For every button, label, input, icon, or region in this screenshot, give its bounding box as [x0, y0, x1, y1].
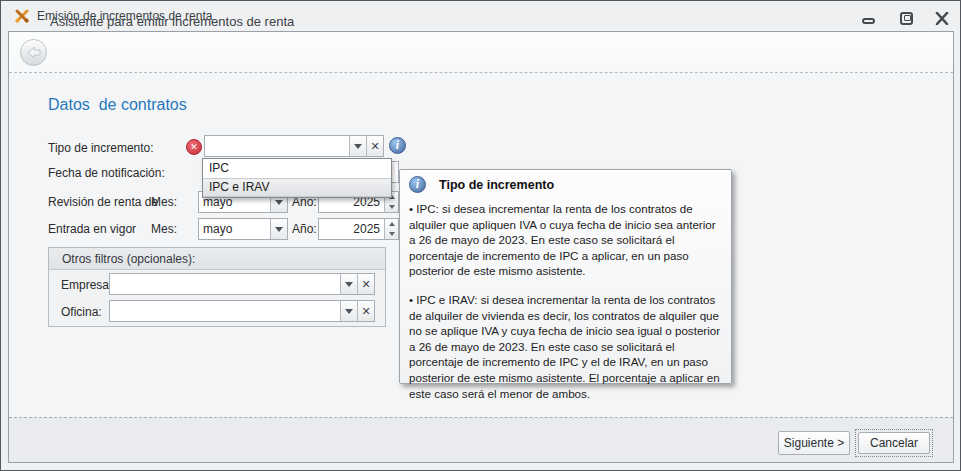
- empresa-value: [110, 274, 340, 294]
- oficina-clear-button[interactable]: ✕: [357, 301, 374, 321]
- siguiente-button[interactable]: Siguiente >: [778, 431, 850, 455]
- otros-filtros-title: Otros filtros (opcionales):: [49, 248, 385, 270]
- vigor-mes-value: mayo: [199, 219, 270, 239]
- close-icon: [935, 12, 949, 25]
- empresa-clear-button[interactable]: ✕: [357, 274, 374, 294]
- caret-down-icon: [389, 205, 395, 209]
- entrada-vigor-label: Entrada en vigor: [48, 222, 136, 236]
- caret-up-icon: [389, 222, 395, 226]
- maximize-button[interactable]: [895, 10, 917, 26]
- info-icon[interactable]: i: [389, 137, 406, 154]
- wizard-title: Asistente para emitir incrementos de ren…: [50, 14, 294, 29]
- info-icon: i: [409, 176, 426, 193]
- close-button[interactable]: [931, 10, 953, 26]
- back-button[interactable]: [20, 39, 47, 66]
- caret-down-icon: [354, 144, 362, 149]
- tooltip-title: Tipo de incremento: [439, 178, 554, 192]
- tooltip-paragraph-ipc-e-irav: • IPC e IRAV: si desea incrementar la re…: [409, 292, 723, 401]
- vigor-ano-label: Año:: [292, 222, 317, 236]
- wizard-header: [9, 32, 953, 73]
- caret-down-icon: [345, 309, 353, 314]
- empresa-combobox[interactable]: ✕: [109, 273, 375, 295]
- error-icon: ✕: [186, 139, 202, 155]
- vigor-ano-stepper[interactable]: [384, 219, 398, 239]
- revision-renta-label: Revisión de renta de: [48, 195, 158, 209]
- empresa-dropdown-button[interactable]: [340, 274, 357, 294]
- spin-down-button[interactable]: [385, 229, 398, 239]
- tooltip-paragraph-ipc: • IPC: si desea incrementar la renta de …: [409, 201, 723, 279]
- dialog-window: Emisión de incrementos de renta Asistent…: [0, 0, 961, 471]
- vigor-ano-spinner[interactable]: 2025: [318, 218, 399, 240]
- cancelar-button-focus-ring: Cancelar: [855, 429, 933, 457]
- caret-down-icon: [389, 232, 395, 236]
- oficina-value: [110, 301, 340, 321]
- cancelar-button[interactable]: Cancelar: [858, 432, 930, 454]
- oficina-combobox[interactable]: ✕: [109, 300, 375, 322]
- caret-down-icon: [345, 282, 353, 287]
- tipo-incremento-dropdown-button[interactable]: [349, 136, 366, 156]
- vigor-mes-combobox[interactable]: mayo: [198, 218, 288, 240]
- app-icon: [14, 8, 30, 24]
- caret-down-icon: [275, 200, 283, 205]
- vigor-mes-label: Mes:: [151, 222, 177, 236]
- spin-up-button[interactable]: [385, 219, 398, 229]
- oficina-dropdown-button[interactable]: [340, 301, 357, 321]
- dropdown-option-ipc-e-irav[interactable]: IPC e IRAV: [203, 178, 391, 197]
- empresa-label: Empresa:: [61, 278, 112, 292]
- tooltip-header: i Tipo de incremento: [409, 176, 723, 193]
- clear-x-icon: ✕: [370, 141, 379, 152]
- minimize-button[interactable]: [857, 10, 879, 26]
- revision-mes-label: Mes:: [151, 195, 177, 209]
- maximize-icon: [900, 12, 913, 25]
- section-title: Datos de contratos: [48, 96, 187, 114]
- tipo-incremento-tooltip: i Tipo de incremento • IPC: si desea inc…: [399, 169, 732, 384]
- oficina-label: Oficina:: [61, 305, 102, 319]
- caret-down-icon: [275, 227, 283, 232]
- dropdown-option-ipc[interactable]: IPC: [203, 159, 391, 178]
- clear-x-icon: ✕: [361, 279, 370, 290]
- vigor-mes-dropdown-button[interactable]: [270, 219, 287, 239]
- spin-down-button[interactable]: [385, 202, 398, 212]
- tipo-incremento-combobox[interactable]: ✕: [204, 135, 384, 157]
- tipo-incremento-dropdown-list: IPC IPC e IRAV: [202, 158, 392, 198]
- clear-x-icon: ✕: [361, 306, 370, 317]
- vigor-ano-value: 2025: [319, 219, 384, 239]
- tipo-incremento-label: Tipo de incremento:: [48, 141, 154, 155]
- back-arrow-icon: [27, 46, 41, 59]
- minimize-icon: [862, 18, 875, 24]
- fecha-notificacion-label: Fecha de notificación:: [48, 166, 165, 180]
- tipo-incremento-clear-button[interactable]: ✕: [366, 136, 383, 156]
- tipo-incremento-value: [205, 136, 349, 156]
